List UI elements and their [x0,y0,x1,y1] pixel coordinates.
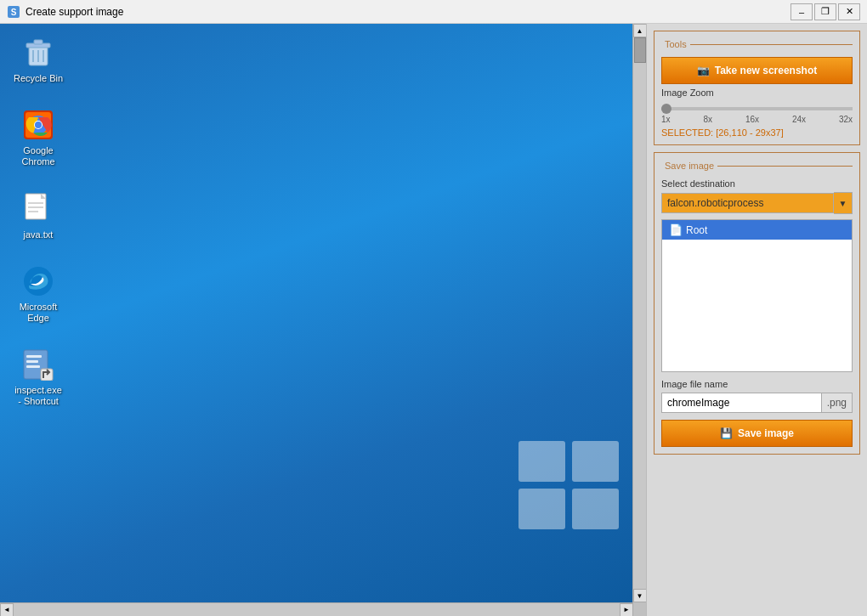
chrome-label: Google Chrome [12,145,65,167]
tree-item-root[interactable]: 📄 Root [662,220,852,240]
inspect-exe-label: inspect.exe - Shortcut [12,385,65,407]
zoom-labels: 1x 8x 16x 24x 32x [661,115,853,124]
java-txt-label: java.txt [24,229,54,240]
zoom-label: Image Zoom [661,88,853,98]
inspect-exe-icon [21,348,55,381]
file-name-row: .png [661,393,853,413]
svg-rect-24 [518,441,565,482]
desktop-vertical-scrollbar[interactable]: ▲ ▼ [632,24,646,602]
scrollbar-left-btn[interactable]: ◄ [0,603,14,617]
file-extension: .png [822,393,853,413]
scrollbar-down-btn[interactable]: ▼ [633,589,647,602]
title-bar: S Create support image – ❐ ✕ [0,0,867,24]
save-btn-label: Save image [738,427,794,439]
scrollbar-track [633,37,646,589]
desktop-icon-google-chrome[interactable]: Google Chrome [8,105,68,171]
svg-point-12 [35,122,42,128]
desktop-wrapper: Recycle Bin [0,24,646,616]
text-file-icon [21,192,55,226]
scrollbar-thumb[interactable] [634,37,646,63]
desktop-inner: Recycle Bin [0,24,646,602]
save-image-label: Save image [661,161,717,171]
destination-select-value[interactable]: falcon.roboticprocess [661,193,834,213]
svg-text:S: S [11,8,17,17]
right-panel: Tools 📷 Take new screenshot Image Zoom 1… [646,24,867,616]
tools-section-title: Tools [661,38,853,50]
file-name-input[interactable] [661,393,822,413]
folder-icon: 📄 [669,223,683,236]
save-image-button[interactable]: 💾 Save image [661,420,853,447]
svg-rect-4 [34,40,42,44]
zoom-slider[interactable] [661,107,853,110]
zoom-24x: 24x [792,115,806,124]
save-image-section: Save image Select destination falcon.rob… [654,152,860,455]
zoom-8x: 8x [703,115,712,124]
save-icon: 💾 [720,427,733,439]
tree-item-root-label: Root [686,224,707,236]
desktop-icon-microsoft-edge[interactable]: Microsoft Edge [8,261,68,327]
svg-rect-21 [26,360,38,363]
desktop-horizontal-scrollbar[interactable]: ◄ ► [0,602,633,616]
desktop-icon-inspect-exe[interactable]: inspect.exe - Shortcut [8,344,68,410]
desktop-area: Recycle Bin [0,24,646,602]
svg-point-18 [24,267,53,296]
window-controls: – ❐ ✕ [790,3,860,20]
window-title: Create support image [26,6,790,18]
recycle-bin-label: Recycle Bin [14,73,63,84]
zoom-1x: 1x [661,115,671,124]
close-button[interactable]: ✕ [838,3,860,20]
destination-dropdown-button[interactable]: ▼ [834,192,853,214]
zoom-32x: 32x [839,115,853,124]
chrome-icon [21,108,55,142]
minimize-button[interactable]: – [790,3,813,20]
desktop-icons: Recycle Bin [8,32,68,411]
camera-icon: 📷 [697,65,710,76]
svg-rect-20 [26,355,42,358]
edge-label: Microsoft Edge [12,302,65,324]
file-name-label: Image file name [661,379,853,389]
svg-rect-27 [572,489,619,529]
maximize-button[interactable]: ❐ [814,3,836,20]
main-content: Recycle Bin [0,24,867,616]
save-image-section-title: Save image [661,160,853,172]
svg-rect-22 [26,365,40,368]
desktop-icon-recycle-bin[interactable]: Recycle Bin [8,32,68,88]
destination-select-wrapper: falcon.roboticprocess ▼ [661,192,853,214]
app-icon: S [7,5,20,19]
svg-rect-25 [572,441,619,482]
zoom-16x: 16x [745,115,759,124]
edge-icon [21,264,55,298]
take-screenshot-button[interactable]: 📷 Take new screenshot [661,57,853,84]
file-tree[interactable]: 📄 Root [661,219,853,372]
scrollbar-right-btn[interactable]: ► [620,603,633,617]
h-scrollbar-track [14,603,620,616]
zoom-section: Image Zoom 1x 8x 16x 24x 32x SELECTED: [… [661,88,853,138]
tools-section: Tools 📷 Take new screenshot Image Zoom 1… [654,31,860,145]
svg-rect-26 [518,489,565,529]
scrollbar-up-btn[interactable]: ▲ [633,24,647,37]
tools-label: Tools [661,39,690,49]
screenshot-btn-label: Take new screenshot [715,65,818,76]
desktop-icon-java-txt[interactable]: java.txt [8,189,68,244]
recycle-bin-icon [21,36,55,70]
windows-logo-watermark [518,441,620,534]
select-destination-label: Select destination [661,178,853,189]
zoom-selected-text: SELECTED: [26,110 - 29x37] [661,127,853,138]
